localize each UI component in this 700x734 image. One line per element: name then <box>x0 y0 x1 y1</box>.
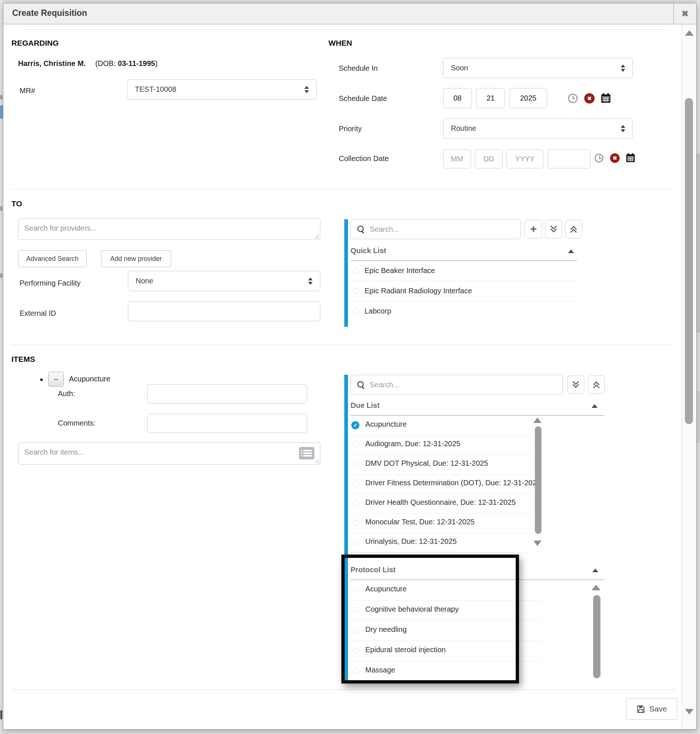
checked-icon[interactable]: ✓ <box>351 421 359 429</box>
due-list-item[interactable]: Driver Health Questionnaire, Due: 12-31-… <box>365 498 516 506</box>
collapse-all-button[interactable] <box>565 220 582 238</box>
when-heading: WHEN <box>328 39 352 47</box>
create-requisition-dialog: Create Requisition ✖ REGARDING Harris, C… <box>3 3 697 730</box>
advanced-search-button[interactable]: Advanced Search <box>18 250 87 267</box>
due-list-item[interactable]: Driver Fitness Determination (DOT), Due:… <box>365 479 541 487</box>
add-provider-to-list-button[interactable]: + <box>525 220 542 238</box>
quick-list-item[interactable]: Labcorp <box>365 307 391 316</box>
protocol-list-collapse-icon[interactable] <box>593 568 598 572</box>
due-list-title: Due List <box>350 401 380 410</box>
mr-label: MR# <box>19 87 35 95</box>
radio-circle-icon[interactable] <box>353 647 359 654</box>
auth-input[interactable] <box>147 384 307 404</box>
row-divider <box>350 600 541 600</box>
radio-circle-icon[interactable] <box>353 539 359 545</box>
collection-month-input[interactable] <box>443 149 471 168</box>
dob-prefix: (DOB: <box>95 59 118 68</box>
schedule-calendar-icon[interactable] <box>600 93 611 104</box>
dob-value: 03-11-1995 <box>118 59 155 68</box>
protocol-list-scroll-up-icon[interactable] <box>592 585 600 590</box>
collection-calendar-icon[interactable] <box>625 153 635 163</box>
row-divider <box>350 621 541 621</box>
save-button[interactable]: Save <box>626 698 677 719</box>
collection-clear-icon[interactable]: ✖ <box>610 153 620 163</box>
schedule-date-label: Schedule Date <box>339 94 387 103</box>
collapse-item-button[interactable]: – <box>48 372 64 386</box>
patient-name: Harris, Christine M. <box>18 59 85 68</box>
protocol-list-scrollbar-thumb[interactable] <box>593 595 600 678</box>
protocol-list-item[interactable]: Acupuncture <box>365 585 407 593</box>
collection-day-input[interactable] <box>475 149 503 168</box>
minus-icon: – <box>54 374 58 384</box>
radio-circle-icon[interactable] <box>353 500 359 506</box>
items-collapse-all-button[interactable] <box>588 376 605 394</box>
quick-list-item[interactable]: Epic Radiant Radiology Interface <box>365 287 472 295</box>
protocol-list-item[interactable]: Epidural steroid injection <box>365 646 446 654</box>
collection-time-input[interactable] <box>548 149 591 168</box>
radio-circle-icon[interactable] <box>353 267 359 274</box>
radio-circle-icon[interactable] <box>353 480 359 487</box>
radio-circle-icon[interactable] <box>353 308 359 314</box>
quick-list-search-input[interactable] <box>370 225 515 233</box>
radio-circle-icon[interactable] <box>353 627 359 633</box>
protocol-list-item[interactable]: Cognitive behavioral therapy <box>365 605 459 614</box>
close-button[interactable]: ✖ <box>674 3 696 24</box>
row-divider <box>350 301 577 301</box>
radio-circle-icon[interactable] <box>353 442 359 448</box>
items-expand-all-button[interactable] <box>567 376 584 394</box>
due-list-item[interactable]: Monocular Test, Due: 12-31-2025 <box>365 518 474 526</box>
due-list-scroll-down-icon[interactable] <box>533 540 541 546</box>
mr-select[interactable]: TEST-10008 <box>127 79 317 100</box>
schedule-time-icon[interactable] <box>568 94 578 103</box>
schedule-day-input[interactable] <box>476 88 505 108</box>
item-list-picker-icon[interactable] <box>299 446 315 461</box>
comments-input[interactable] <box>147 414 307 433</box>
scrollbar-thumb[interactable] <box>685 98 693 424</box>
scroll-down-icon[interactable] <box>685 709 694 715</box>
external-id-label: External ID <box>19 309 56 318</box>
footer-hairline <box>12 689 676 690</box>
schedule-year-input[interactable] <box>509 88 547 108</box>
to-heading: TO <box>12 199 22 208</box>
protocol-list-header-line <box>350 580 604 580</box>
quick-list-collapse-icon[interactable] <box>568 250 574 253</box>
select-arrows-icon <box>304 86 309 93</box>
schedule-clear-icon[interactable]: ✖ <box>584 93 594 104</box>
item-search-input[interactable] <box>18 443 320 464</box>
protocol-list-item[interactable]: Dry needling <box>365 625 407 634</box>
schedule-in-select[interactable]: Soon <box>443 58 633 78</box>
radio-circle-icon[interactable] <box>353 288 359 294</box>
due-list-item[interactable]: DMV DOT Physical, Due: 12-31-2025 <box>365 459 488 468</box>
dialog-title: Create Requisition <box>12 8 87 18</box>
due-list-collapse-icon[interactable] <box>592 404 597 408</box>
radio-circle-icon[interactable] <box>353 607 359 613</box>
due-list-scroll-up-icon[interactable] <box>533 417 541 423</box>
provider-search-input[interactable] <box>18 219 320 239</box>
items-panel-accent-bar <box>344 375 348 684</box>
priority-select[interactable]: Routine <box>443 118 633 138</box>
expand-all-button[interactable] <box>545 220 562 238</box>
add-new-provider-button[interactable]: Add new provider <box>101 250 171 267</box>
radio-circle-icon[interactable] <box>353 520 359 526</box>
due-list-item[interactable]: Urinalysis, Due: 12-31-2025 <box>365 537 457 546</box>
quick-list-item[interactable]: Epic Beaker Interface <box>365 266 435 275</box>
row-divider <box>350 455 531 455</box>
due-list-item[interactable]: Audiogram, Due: 12-31-2025 <box>365 440 460 448</box>
collection-time-icon[interactable] <box>594 154 603 163</box>
performing-facility-select[interactable]: None <box>128 271 320 291</box>
scroll-up-icon[interactable] <box>685 30 694 36</box>
background-blue-strip <box>0 106 3 119</box>
radio-circle-icon[interactable] <box>353 668 359 674</box>
external-id-input[interactable] <box>128 301 320 321</box>
collection-year-input[interactable] <box>506 149 543 168</box>
protocol-list-item[interactable]: Massage <box>365 666 395 674</box>
schedule-in-label: Schedule In <box>339 64 378 73</box>
due-list-item[interactable]: Acupuncture <box>365 420 407 429</box>
due-list-scrollbar-thumb[interactable] <box>535 426 541 534</box>
radio-circle-icon[interactable] <box>353 587 359 593</box>
radio-circle-icon[interactable] <box>353 461 359 467</box>
page-background-left <box>0 0 3 734</box>
regarding-heading: REGARDING <box>12 39 59 47</box>
schedule-month-input[interactable] <box>443 88 472 108</box>
items-panel-search-input[interactable] <box>370 381 557 389</box>
